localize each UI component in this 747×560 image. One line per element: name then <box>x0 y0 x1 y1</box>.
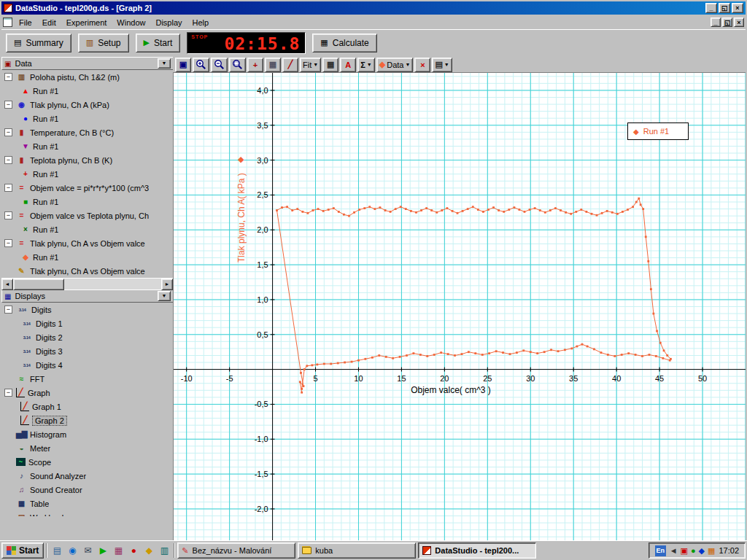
menu-display[interactable]: Display <box>150 17 187 28</box>
calculator-button[interactable]: ▦ <box>322 58 338 72</box>
menu-file[interactable]: File <box>14 17 37 28</box>
display-item[interactable]: ▦Table <box>1 497 173 510</box>
quick-launch-7[interactable]: ◆ <box>142 543 156 558</box>
quick-launch-8[interactable]: ▥ <box>157 543 171 558</box>
tray-icon-2[interactable]: ▣ <box>681 546 688 556</box>
data-panel-menu-button[interactable]: ▼ <box>158 58 171 69</box>
menu-window[interactable]: Window <box>112 17 150 28</box>
data-item[interactable]: −◉Tlak plynu, Ch A (kPa) <box>1 98 173 112</box>
zoom-out-button[interactable] <box>211 58 228 72</box>
display-item[interactable]: 3.14Digits 2 <box>1 330 173 344</box>
display-item[interactable]: ≈FFT <box>1 372 173 386</box>
zoom-select-button[interactable] <box>229 58 246 72</box>
data-menu-button[interactable]: ◆Data▼ <box>376 58 414 72</box>
tree-expander[interactable]: − <box>4 184 12 192</box>
scrollbar-track[interactable] <box>64 279 161 289</box>
displays-panel-header[interactable]: ▦ Displays ▼ <box>1 289 173 303</box>
data-item[interactable]: −▥Poloha pistu, Ch 1&2 (m) <box>1 70 173 84</box>
data-item[interactable]: ✎Tlak plynu, Ch A vs Objem valce <box>1 264 173 278</box>
run-item[interactable]: ●Run #1 <box>1 112 173 125</box>
summary-button[interactable]: ▤ Summary <box>6 34 71 52</box>
display-item[interactable]: ▤Workbook <box>1 510 173 516</box>
task-button-datastudio[interactable]: DataStudio - tepl200... <box>418 542 536 559</box>
scroll-right-button[interactable]: ► <box>161 279 173 290</box>
run-item[interactable]: ◆Run #1 <box>1 250 173 264</box>
display-item[interactable]: 3.14Digits 1 <box>1 316 173 330</box>
data-item[interactable]: −▮Temperature, Ch B (°C) <box>1 125 173 139</box>
display-item[interactable]: ◒Meter <box>1 441 173 455</box>
quick-launch-1[interactable]: ▤ <box>50 543 64 558</box>
data-panel-header[interactable]: ▣ Data ▼ <box>1 57 173 70</box>
data-item[interactable]: −=Objem valce = pi*r*r*y*100 (cm^3 <box>1 181 173 195</box>
run-item[interactable]: ×Run #1 <box>1 222 173 236</box>
window-restore-button[interactable]: ◱ <box>719 3 730 13</box>
fit-menu-button[interactable]: Fit▼ <box>300 58 321 72</box>
mdi-close-button[interactable]: × <box>734 18 744 27</box>
display-item[interactable]: ▅▇Histogram <box>1 427 173 441</box>
run-item[interactable]: +Run #1 <box>1 167 173 181</box>
display-item[interactable]: ╱Graph 2 <box>1 413 173 427</box>
quick-launch-3[interactable]: ✉ <box>80 543 95 558</box>
display-item[interactable]: ╱Graph 1 <box>1 400 173 413</box>
start-menu-button[interactable]: Start <box>1 542 44 559</box>
display-item[interactable]: −╱Graph <box>1 386 173 400</box>
language-indicator[interactable]: En <box>655 545 666 556</box>
scroll-left-button[interactable]: ◄ <box>1 279 13 290</box>
quick-launch-5[interactable]: ▦ <box>111 543 125 558</box>
calculate-button[interactable]: ▦ Calculate <box>312 34 376 52</box>
tray-icon-4[interactable]: ◆ <box>699 546 705 556</box>
display-item[interactable]: ♪Sound Analyzer <box>1 469 173 483</box>
tree-expander[interactable]: − <box>4 211 12 219</box>
run-item[interactable]: ▲Run #1 <box>1 84 173 98</box>
tray-icon-3[interactable]: ● <box>691 546 696 556</box>
y-axis-title[interactable]: Tlak plynu, Ch A( kPa ) <box>236 173 247 262</box>
notes-button[interactable]: ▦ <box>265 58 281 72</box>
quick-launch-2[interactable]: ◉ <box>65 543 80 558</box>
x-axis-title[interactable]: Objem valce( cm^3 ) <box>389 385 513 395</box>
document-icon[interactable] <box>3 18 12 27</box>
tree-expander[interactable]: − <box>4 101 12 109</box>
display-item[interactable]: 3.14Digits 3 <box>1 344 173 358</box>
run-item[interactable]: ■Run #1 <box>1 195 173 209</box>
window-minimize-button[interactable]: _ <box>705 3 717 13</box>
smart-tool-button[interactable]: + <box>247 58 263 72</box>
task-button-folder[interactable]: kuba <box>298 542 416 559</box>
display-item[interactable]: 3.14Digits 4 <box>1 358 173 372</box>
tree-expander[interactable]: − <box>4 128 12 136</box>
tree-expander[interactable]: − <box>4 73 12 81</box>
mdi-restore-button[interactable]: ◱ <box>722 18 732 27</box>
display-item[interactable]: ♫Sound Creator <box>1 483 173 497</box>
quick-launch-4[interactable]: ▶ <box>96 543 110 558</box>
display-item[interactable]: ~Scope <box>1 455 173 469</box>
displays-panel-menu-button[interactable]: ▼ <box>158 291 171 301</box>
setup-button[interactable]: ▥ Setup <box>78 34 129 52</box>
menu-help[interactable]: Help <box>187 17 214 28</box>
scrollbar-thumb[interactable] <box>13 279 64 290</box>
display-item[interactable]: −3.14Digits <box>1 303 173 316</box>
tree-expander[interactable]: − <box>4 156 12 164</box>
tree-expander[interactable]: − <box>4 306 12 314</box>
zoom-in-button[interactable] <box>193 58 209 72</box>
run-item[interactable]: ▼Run #1 <box>1 139 173 153</box>
data-item[interactable]: −=Tlak plynu, Ch A vs Objem valce <box>1 236 173 250</box>
menu-experiment[interactable]: Experiment <box>61 17 112 28</box>
menu-edit[interactable]: Edit <box>37 17 61 28</box>
mdi-minimize-button[interactable]: _ <box>711 18 721 27</box>
start-button[interactable]: ▶ Start <box>136 34 181 52</box>
window-close-button[interactable]: × <box>732 3 743 13</box>
tree-expander[interactable]: − <box>4 239 12 247</box>
delete-button[interactable]: × <box>414 58 430 72</box>
tray-icon-5[interactable]: ▦ <box>708 546 715 556</box>
data-item[interactable]: −=Objem valce vs Teplota plynu, Ch <box>1 209 173 222</box>
statistics-button[interactable]: Σ▼ <box>357 58 375 72</box>
scale-to-fit-button[interactable]: ▣ <box>175 58 191 72</box>
data-item[interactable]: −▮Teplota plynu, Ch B (K) <box>1 153 173 167</box>
tree-expander[interactable]: − <box>4 389 12 397</box>
slope-tool-button[interactable]: ╱ <box>282 58 298 72</box>
chart-legend[interactable]: ◆ Run #1 <box>627 122 689 140</box>
graph-settings-button[interactable]: ▤▼ <box>432 58 452 72</box>
y-axis-run-marker-icon[interactable]: ◆ <box>238 155 244 164</box>
quick-launch-6[interactable]: ● <box>126 543 141 558</box>
task-button-paint[interactable]: ✎Bez_názvu - Malování <box>177 542 295 559</box>
tray-icon-1[interactable]: ◄ <box>670 546 678 556</box>
